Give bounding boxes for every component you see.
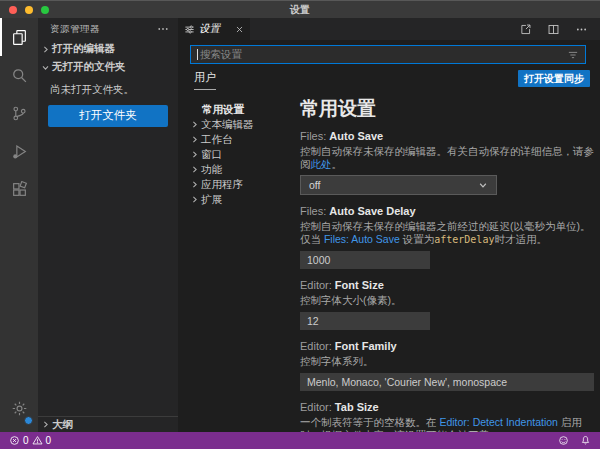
sidebar-title: 资源管理器 xyxy=(50,23,100,36)
editor-group: 设置 搜索设置 xyxy=(178,18,600,432)
minimize-window-button[interactable] xyxy=(25,6,33,14)
tab-settings[interactable]: 设置 xyxy=(178,18,250,40)
error-icon xyxy=(9,435,20,446)
files-icon xyxy=(11,29,28,46)
settings-content: 常用设置 Files: Auto Save 控制自动保存未保存的编辑器。有关自动… xyxy=(300,92,600,410)
setting-description: 控制自动保存未保存的编辑器。有关自动保存的详细信息，请参阅此处。 xyxy=(300,145,594,171)
toc-label: 文本编辑器 xyxy=(201,118,254,132)
toc-item-application[interactable]: 应用程序 xyxy=(202,177,300,192)
vscode-window: 设置 xyxy=(0,0,600,449)
toc-item-text-editor[interactable]: 文本编辑器 xyxy=(202,117,300,132)
desc-text: 设置为 xyxy=(400,233,434,245)
font-size-input[interactable] xyxy=(300,312,430,330)
settings-search-input[interactable]: 搜索设置 xyxy=(190,45,586,64)
activity-source-control-button[interactable] xyxy=(0,94,38,132)
zoom-window-button[interactable] xyxy=(41,6,49,14)
toc-item-extensions[interactable]: 扩展 xyxy=(202,192,300,207)
here-link[interactable]: 此处 xyxy=(311,158,332,170)
detect-indentation-link[interactable]: Editor: Detect Indentation xyxy=(439,416,558,428)
code-text: afterDelay xyxy=(434,234,494,245)
toc-item-features[interactable]: 功能 xyxy=(202,162,300,177)
select-value: off xyxy=(309,179,320,191)
auto-save-delay-input[interactable] xyxy=(300,251,430,269)
outline-section[interactable]: 大纲 xyxy=(38,416,178,432)
explorer-sidebar: 资源管理器 打开的编辑器 无打开的文件夹 尚未打开文件夹。 打开文件夹 大纲 xyxy=(38,18,178,432)
chevron-right-icon xyxy=(190,150,199,159)
open-editors-section[interactable]: 打开的编辑器 xyxy=(38,40,178,58)
activity-bar xyxy=(0,18,38,432)
setting-category: Editor: xyxy=(300,340,335,352)
settings-body: 常用设置 文本编辑器 工作台 窗口 功能 xyxy=(178,92,600,410)
chevron-right-icon xyxy=(190,135,199,144)
toc-item-workbench[interactable]: 工作台 xyxy=(202,132,300,147)
font-family-input[interactable] xyxy=(300,373,594,391)
activity-extensions-button[interactable] xyxy=(0,170,38,208)
setting-description: 控制自动保存未保存的编辑器之前经过的延迟(以毫秒为单位)。仅当 Files: A… xyxy=(300,220,594,246)
extensions-icon xyxy=(11,181,28,198)
toc-item-window[interactable]: 窗口 xyxy=(202,147,300,162)
setting-files-auto-save: Files: Auto Save 控制自动保存未保存的编辑器。有关自动保存的详细… xyxy=(300,130,594,195)
settings-heading: 常用设置 xyxy=(300,98,594,120)
chevron-down-icon xyxy=(478,180,488,190)
setting-label: Files: Auto Save xyxy=(300,130,594,143)
settings-sliders-icon xyxy=(184,24,195,35)
activity-run-debug-button[interactable] xyxy=(0,132,38,170)
open-folder-button[interactable]: 打开文件夹 xyxy=(48,105,168,127)
setting-description: 控制字体系列。 xyxy=(300,355,594,368)
problems-status-item[interactable]: 0 0 xyxy=(9,435,51,446)
setting-name: Font Family xyxy=(335,340,397,352)
chevron-down-icon xyxy=(41,63,50,72)
chevron-right-icon xyxy=(41,45,50,54)
files-auto-save-link[interactable]: Files: Auto Save xyxy=(324,233,400,245)
window-controls xyxy=(9,1,49,19)
setting-description: 控制字体大小(像素)。 xyxy=(300,294,594,307)
split-editor-icon[interactable] xyxy=(547,23,560,36)
warning-icon xyxy=(32,435,43,446)
toc-label: 窗口 xyxy=(201,148,222,162)
window-title: 设置 xyxy=(290,3,310,17)
desc-text: 控制字体大小(像素)。 xyxy=(300,294,402,306)
toc-label: 常用设置 xyxy=(202,103,244,117)
more-actions-icon[interactable] xyxy=(157,23,169,35)
toc-label: 工作台 xyxy=(201,133,233,147)
outline-label: 大纲 xyxy=(52,418,73,432)
activity-explorer-button[interactable] xyxy=(0,18,38,56)
setting-name: Auto Save Delay xyxy=(329,205,415,217)
manage-button[interactable] xyxy=(0,389,38,427)
auto-save-select[interactable]: off xyxy=(300,175,497,195)
setting-name: Tab Size xyxy=(335,401,379,413)
status-bar: 0 0 xyxy=(0,432,600,449)
close-window-button[interactable] xyxy=(9,6,17,14)
setting-auto-save-delay: Files: Auto Save Delay 控制自动保存未保存的编辑器之前经过… xyxy=(300,205,594,269)
toc-label: 扩展 xyxy=(201,193,222,207)
turn-on-settings-sync-button[interactable]: 打开设置同步 xyxy=(518,70,590,87)
filter-icon[interactable] xyxy=(567,49,579,61)
chevron-right-icon xyxy=(41,420,50,429)
status-bar-right xyxy=(558,435,591,446)
desc-text: 一个制表符等于的空格数。在 xyxy=(300,416,439,428)
more-actions-icon[interactable] xyxy=(575,23,588,36)
chevron-right-icon xyxy=(190,120,199,129)
bell-icon[interactable] xyxy=(580,435,591,446)
tab-user-settings[interactable]: 用户 xyxy=(194,70,216,90)
editor-actions xyxy=(519,18,600,40)
sidebar-header: 资源管理器 xyxy=(38,18,178,40)
chevron-right-icon xyxy=(190,195,199,204)
activity-search-button[interactable] xyxy=(0,56,38,94)
gear-icon xyxy=(11,400,28,417)
close-icon[interactable] xyxy=(235,25,244,34)
search-icon xyxy=(11,67,28,84)
no-folder-section[interactable]: 无打开的文件夹 xyxy=(38,58,178,76)
search-placeholder: 搜索设置 xyxy=(200,48,567,62)
open-settings-json-icon[interactable] xyxy=(519,23,532,36)
source-control-icon xyxy=(11,105,28,122)
chevron-right-icon xyxy=(190,180,199,189)
feedback-smiley-icon[interactable] xyxy=(558,435,569,446)
warning-count: 0 xyxy=(46,435,52,446)
setting-name: Font Size xyxy=(335,279,384,291)
setting-category: Editor: xyxy=(300,279,335,291)
error-count: 0 xyxy=(23,435,29,446)
toc-label: 应用程序 xyxy=(201,178,243,192)
desc-text: 时才适用。 xyxy=(494,233,547,245)
toc-item-common[interactable]: 常用设置 xyxy=(202,102,300,117)
